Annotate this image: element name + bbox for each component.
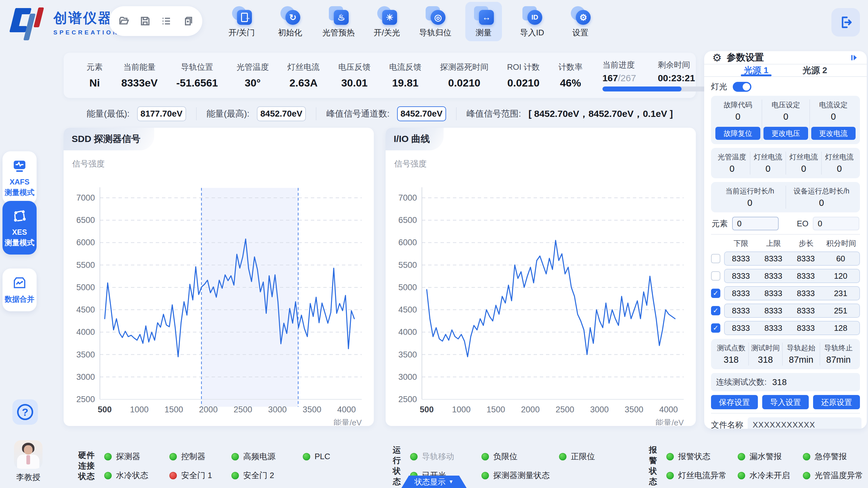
- segment-row-1: 83338333833360: [711, 252, 860, 266]
- parameter-settings-panel: ⚙ 参数设置 光源 1 光源 2 灯光 故障代码0 故障复位 电压设定0 更改电…: [704, 51, 867, 429]
- nav-settings[interactable]: ⚙ 设置: [562, 2, 599, 41]
- element-label: 元素: [712, 218, 728, 229]
- tab-light-source-2[interactable]: 光源 2: [803, 64, 827, 76]
- svg-text:2500: 2500: [398, 395, 417, 404]
- nav-door[interactable]: 开/关门: [223, 2, 260, 41]
- remaining-time: 剩余时间 00:23:21: [658, 60, 695, 84]
- status-positive-limit: 正限位: [559, 451, 615, 462]
- status-rail-moving: 导轨移动: [410, 451, 482, 462]
- svg-text:2000: 2000: [199, 405, 218, 414]
- exit-button[interactable]: [831, 8, 860, 37]
- peak-range-label: 峰值信号范围:: [467, 108, 521, 120]
- svg-text:能量/eV: 能量/eV: [655, 418, 684, 425]
- svg-text:1000: 1000: [130, 405, 149, 414]
- svg-text:500: 500: [98, 405, 112, 414]
- status-filament-current-abnormal: 灯丝电流异常: [666, 470, 738, 481]
- svg-text:5500: 5500: [76, 260, 95, 270]
- fault-reset-button[interactable]: 故障复位: [715, 127, 761, 140]
- segment-1-checkbox[interactable]: [711, 254, 720, 263]
- svg-text:4000: 4000: [659, 405, 678, 414]
- svg-text:1500: 1500: [164, 405, 183, 414]
- energy-max-label: 能量(最高):: [207, 108, 249, 120]
- element-row: 元素 EO: [711, 216, 860, 235]
- peak-channel-input[interactable]: [397, 106, 446, 121]
- nav-light-on-off[interactable]: ☀ 开/关光: [369, 2, 405, 41]
- file-name-row: 文件名称: [711, 417, 860, 429]
- save-settings-button[interactable]: 保存设置: [711, 395, 758, 409]
- file-name-label: 文件名称: [711, 420, 743, 429]
- svg-text:6000: 6000: [76, 238, 95, 247]
- nav-rail-home[interactable]: ◎ 导轨归位: [417, 2, 454, 41]
- status-safety-door-1: 安全门 1: [169, 470, 231, 481]
- eo-input[interactable]: [813, 217, 859, 230]
- status-water-cooling-off: 水冷未开启: [738, 470, 803, 481]
- save-icon[interactable]: [139, 15, 151, 27]
- panel-title: 参数设置: [726, 51, 764, 64]
- segment-5-checkbox[interactable]: ✓: [711, 323, 720, 333]
- import-settings-button[interactable]: 导入设置: [762, 395, 809, 409]
- quick-toolbar: [109, 6, 202, 36]
- status-controller: 控制器: [169, 451, 231, 462]
- list-icon[interactable]: [160, 15, 173, 27]
- segment-4-checkbox[interactable]: ✓: [711, 306, 720, 315]
- file-name-input[interactable]: [748, 417, 862, 429]
- svg-text:2000: 2000: [521, 405, 540, 414]
- sidebar-item-xes-mode[interactable]: XES测量模式: [2, 201, 37, 255]
- segment-2-checkbox[interactable]: [711, 271, 720, 281]
- door-icon: [237, 10, 252, 25]
- nav-measure[interactable]: ↔ 测量: [465, 2, 502, 41]
- collapse-panel-icon[interactable]: [849, 53, 859, 62]
- status-water-leak-alarm: 漏水警报: [738, 451, 803, 462]
- status-safety-door-2: 安全门 2: [231, 470, 303, 481]
- energy-max-input[interactable]: [257, 106, 306, 121]
- help-button[interactable]: ?: [12, 399, 38, 425]
- energy-min-input[interactable]: [137, 106, 186, 121]
- initialize-icon: ↻: [285, 10, 300, 25]
- segment-row-4: ✓ 833383338333251: [711, 303, 860, 318]
- new-document-icon[interactable]: [181, 15, 193, 27]
- change-voltage-button[interactable]: 更改电压: [764, 127, 808, 140]
- svg-text:3500: 3500: [76, 350, 95, 359]
- light-source-tabs: 光源 1 光源 2: [704, 64, 867, 77]
- sdd-detector-plot[interactable]: 2500300035004000450050005500600065007000…: [64, 169, 374, 425]
- status-plc: PLC: [303, 452, 359, 461]
- status-display-toggle[interactable]: 状态显示▼: [401, 476, 467, 488]
- panel-gear-icon: ⚙: [712, 52, 721, 64]
- current-progress: 当前进度 167/267: [602, 60, 636, 84]
- svg-text:4000: 4000: [337, 405, 356, 414]
- data-merge-icon: [12, 275, 27, 291]
- sdd-detector-chart-card: SDD 探测器信号 信号强度 2500300035004000450050005…: [64, 128, 374, 426]
- open-folder-icon[interactable]: [118, 15, 130, 27]
- nav-initialize[interactable]: ↻ 初始化: [272, 2, 308, 41]
- restore-settings-button[interactable]: 还原设置: [813, 395, 860, 409]
- segment-3-checkbox[interactable]: ✓: [711, 289, 720, 298]
- sidebar-item-xafs-mode[interactable]: XAFS测量模式: [2, 151, 37, 204]
- status-hf-power: 高频电源: [231, 451, 303, 462]
- sidebar-item-data-merge[interactable]: 数据合并: [2, 268, 37, 311]
- browse-folder-icon[interactable]: [866, 419, 867, 429]
- stat-detector-deadtime: 探测器死时间0.0210: [431, 62, 498, 89]
- nav-import-id[interactable]: ID 导入ID: [514, 2, 550, 41]
- light-toggle[interactable]: [733, 82, 751, 92]
- top-bar: 创谱仪器 SPECREATION 开/关门 ↻ 初始化 ♨ 光管预热: [0, 0, 868, 46]
- chevron-down-icon: ▼: [448, 479, 454, 485]
- chart-title-iio: I/IO 曲线: [385, 128, 444, 150]
- stat-roi-count: ROI 计数0.0210: [498, 62, 549, 89]
- tab-light-source-1[interactable]: 光源 1: [744, 64, 768, 76]
- iio-curve-plot[interactable]: 2500300035004000450050005500600065007000…: [385, 169, 696, 425]
- tube-preheat-icon: ♨: [334, 10, 349, 25]
- segments-table: 下限上限 步长积分时间 83338333833360 8333833383331…: [711, 238, 860, 335]
- svg-text:5000: 5000: [398, 283, 417, 292]
- svg-text:500: 500: [420, 405, 434, 414]
- svg-text:1500: 1500: [487, 405, 505, 414]
- light-label: 灯光: [711, 81, 727, 92]
- stat-filament-current: 灯丝电流2.63A: [278, 62, 329, 89]
- svg-text:能量/eV: 能量/eV: [334, 418, 362, 425]
- stat-current-feedback: 电流反馈19.81: [380, 62, 431, 89]
- element-input[interactable]: [732, 217, 779, 230]
- nav-tube-preheat[interactable]: ♨ 光管预热: [320, 2, 357, 41]
- svg-text:3000: 3000: [398, 372, 417, 382]
- stat-element: 元素Ni: [77, 62, 112, 89]
- change-current-button[interactable]: 更改电流: [811, 127, 856, 140]
- svg-text:3500: 3500: [625, 405, 643, 414]
